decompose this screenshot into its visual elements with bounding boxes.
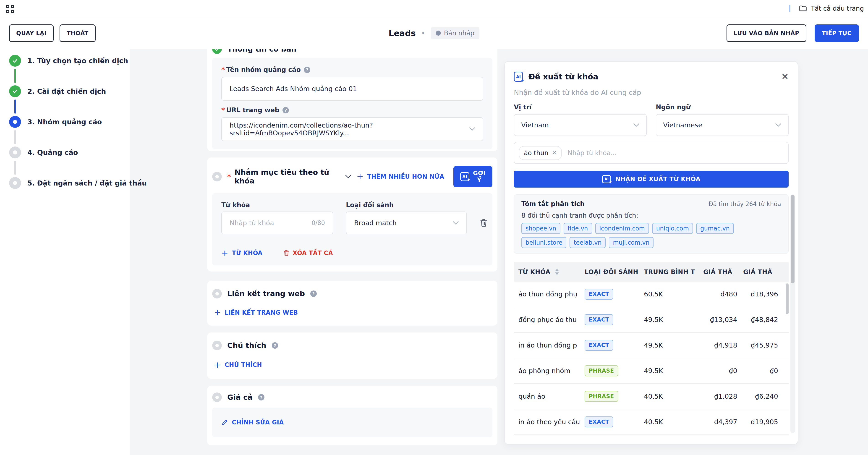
apps-grid-icon[interactable] <box>6 5 14 13</box>
language-label: Ngôn ngữ <box>656 103 788 111</box>
seed-keyword-chip[interactable]: áo thun ✕ <box>519 146 562 160</box>
match-badge: EXACT <box>585 314 613 325</box>
section-todo-icon <box>212 172 222 181</box>
keyword-suggestions-table: TỪ KHÓA LOẠI ĐỐI SÁNH TRUNG BÌNH T GIÁ T… <box>514 262 788 435</box>
competitor-chip[interactable]: belluni.store <box>521 237 566 248</box>
table-row[interactable]: in áo thun đồng p EXACT 49.5K ₫4,918 ₫45… <box>514 333 788 358</box>
step-ad-group[interactable]: 3. Nhóm quảng cáo <box>9 116 102 128</box>
header-bid-high: GIÁ THẦ <box>743 268 784 275</box>
required-asterisk: * <box>227 173 231 181</box>
continue-button[interactable]: TIẾP TỤC <box>815 24 859 42</box>
help-icon[interactable]: ? <box>258 394 265 400</box>
table-row[interactable]: áo phông nhóm PHRASE 49.5K ₫0 ₫0 <box>514 358 788 384</box>
step-todo-icon <box>9 177 21 189</box>
match-badge: PHRASE <box>585 365 618 376</box>
char-counter: 0/80 <box>312 219 325 226</box>
competitor-chip[interactable]: gumac.vn <box>696 223 734 234</box>
ai-icon: AI✦ <box>460 172 469 181</box>
table-row[interactable]: quần áo PHRASE 40.5K ₫1,028 ₫6,240 <box>514 384 788 410</box>
pricing-title: Giá cả <box>227 393 253 402</box>
callouts-card: Chú thích ? + CHÚ THÍCH <box>207 332 497 379</box>
suggest-keywords-button[interactable]: AI✦ GỢI Ý <box>454 166 492 187</box>
language-select[interactable]: Vietnamese <box>656 114 788 136</box>
add-sitelink-link[interactable]: + LIÊN KẾT TRANG WEB <box>214 308 298 317</box>
seed-keyword-input[interactable]: áo thun ✕ Nhập từ khóa... <box>514 142 788 164</box>
bookmarks-divider <box>789 5 790 12</box>
help-icon[interactable]: ? <box>282 107 289 113</box>
website-url-label: * URL trang web ? <box>221 106 483 114</box>
table-row[interactable]: áo thun đồng phụ EXACT 60.5K ₫480 ₫18,39… <box>514 281 788 307</box>
table-scrollbar-thumb[interactable] <box>786 283 788 314</box>
table-row[interactable]: in áo theo yêu cầu EXACT 40.5K ₫4,397 ₫1… <box>514 410 788 435</box>
plus-icon: + <box>356 173 364 181</box>
step-budget-bid[interactable]: 5. Đặt ngân sách / đặt giá thầu <box>9 177 147 189</box>
table-header-row: TỪ KHÓA LOẠI ĐỐI SÁNH TRUNG BÌNH T GIÁ T… <box>514 262 788 281</box>
section-todo-icon <box>212 289 222 299</box>
collapse-chevron-icon[interactable] <box>345 175 351 178</box>
add-keyword-link[interactable]: + TỪ KHÓA <box>221 249 262 257</box>
competitor-chip[interactable]: muji.com.vn <box>609 237 653 248</box>
match-badge: EXACT <box>585 289 613 300</box>
location-select[interactable]: Vietnam <box>514 114 647 136</box>
competitor-chip[interactable]: uniqlo.com <box>652 223 693 234</box>
keywords-found-count: Đã tìm thấy 264 từ khóa <box>709 201 781 207</box>
stepper-sidebar: 1. Tùy chọn tạo chiến dịch 2. Cài đặt ch… <box>0 49 130 455</box>
get-keyword-suggestions-button[interactable]: AI✦ NHẬN ĐỀ XUẤT TỪ KHÓA <box>514 171 788 188</box>
table-row[interactable]: đồng phục áo thu EXACT 49.5K ₫13,034 ₫48… <box>514 307 788 333</box>
keyword-targeting-card: * Nhắm mục tiêu theo từ khóa + THÊM NHIỀ… <box>207 157 497 272</box>
back-button[interactable]: QUAY LẠI <box>9 24 54 42</box>
match-type-select[interactable]: Broad match <box>346 212 467 234</box>
keyword-suggestion-panel: AI✦ Đề xuất từ khóa ✕ Nhận đề xuất từ kh… <box>504 61 798 445</box>
clear-all-keywords-link[interactable]: XÓA TẤT CẢ <box>283 249 333 257</box>
remove-chip-icon[interactable]: ✕ <box>552 150 557 156</box>
step-done-icon <box>9 85 21 97</box>
competitor-chip[interactable]: teelab.vn <box>569 237 606 248</box>
competitors-analyzed-line: 8 đối thủ cạnh tranh được phân tích: <box>521 212 781 219</box>
add-more-keywords-link[interactable]: + THÊM NHIỀU HƠN NỮA <box>356 173 444 181</box>
results-scrollbar[interactable] <box>790 194 795 433</box>
keyword-column-label: Từ khóa <box>221 201 333 209</box>
help-icon[interactable]: ? <box>272 342 278 349</box>
help-icon[interactable]: ? <box>310 291 317 297</box>
help-icon[interactable]: ? <box>304 67 310 73</box>
chevron-down-icon <box>469 127 475 131</box>
required-asterisk: * <box>221 106 225 114</box>
chevron-down-icon <box>633 123 639 127</box>
add-callout-link[interactable]: + CHÚ THÍCH <box>214 361 262 369</box>
location-label: Vị trí <box>514 103 647 111</box>
competitor-chip[interactable]: fide.vn <box>564 223 592 234</box>
competitor-chip-list: shopee.vn fide.vn icondenim.com uniqlo.c… <box>521 223 781 248</box>
step-connector <box>14 99 16 114</box>
keyword-targeting-title: Nhắm mục tiêu theo từ khóa <box>235 168 338 185</box>
save-draft-button[interactable]: LƯU VÀO BẢN NHÁP <box>726 24 806 42</box>
header-keyword[interactable]: TỪ KHÓA <box>519 268 585 275</box>
suggestion-panel-title: Đề xuất từ khóa <box>528 72 598 81</box>
analysis-summary: Tóm tắt phân tích Đã tìm thấy 264 từ khó… <box>514 194 788 254</box>
website-url-select[interactable]: https://icondenim.com/collections/ao-thu… <box>221 117 483 141</box>
status-badge: Bản nháp <box>431 27 479 39</box>
bookmarks-label: Tất cả dấu trang <box>811 5 864 12</box>
plus-icon: + <box>221 249 228 257</box>
close-icon[interactable]: ✕ <box>781 72 788 81</box>
folder-icon <box>799 5 807 12</box>
exit-button[interactable]: THOÁT <box>60 24 96 42</box>
keyword-input[interactable]: Nhập từ khóa 0/80 <box>221 212 333 234</box>
step-ads[interactable]: 4. Quảng cáo <box>9 147 78 158</box>
delete-keyword-row-button[interactable] <box>479 218 488 228</box>
results-scrollbar-thumb[interactable] <box>791 195 795 283</box>
step-campaign-options[interactable]: 1. Tùy chọn tạo chiến dịch <box>9 55 128 67</box>
step-connector <box>14 69 16 83</box>
competitor-chip[interactable]: shopee.vn <box>521 223 560 234</box>
trash-icon <box>283 249 289 257</box>
required-asterisk: * <box>221 66 225 74</box>
adgroup-name-label: * Tên nhóm quảng cáo ? <box>221 66 483 74</box>
edit-price-link[interactable]: CHỈNH SỬA GIÁ <box>221 419 284 426</box>
pencil-icon <box>221 419 228 426</box>
adgroup-name-input[interactable]: Leads Search Ads Nhóm quảng cáo 01 <box>221 77 483 101</box>
main-content: Thông tin cơ bản * Tên nhóm quảng cáo ? … <box>207 0 497 455</box>
chevron-down-icon <box>775 123 781 127</box>
competitor-chip[interactable]: icondenim.com <box>595 223 649 234</box>
step-campaign-settings[interactable]: 2. Cài đặt chiến dịch <box>9 85 106 97</box>
match-badge: PHRASE <box>585 391 618 402</box>
bookmarks-bar[interactable]: Tất cả dấu trang <box>789 0 864 17</box>
